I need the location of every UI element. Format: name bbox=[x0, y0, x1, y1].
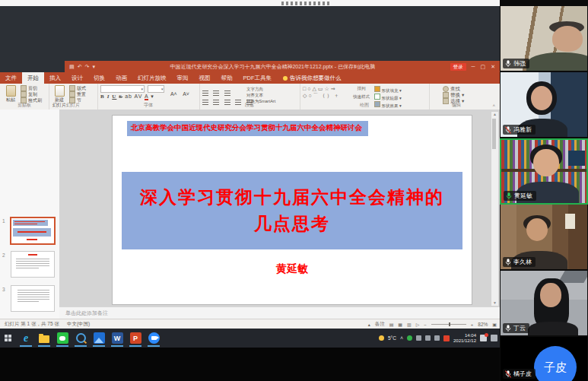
slide-thumbnail-panel[interactable]: 1 2 3 4 bbox=[0, 110, 60, 319]
notes-toggle-button[interactable]: 备注 bbox=[375, 321, 385, 328]
font-family-select[interactable]: ▾ bbox=[100, 85, 145, 93]
bold-icon[interactable]: B bbox=[100, 94, 105, 100]
font-group: ▾ ▾ A˄ A˅ B I U S ab AV A ▾ 字体 bbox=[97, 84, 200, 110]
action-center-icon[interactable] bbox=[491, 335, 497, 341]
tab-pdf-tools[interactable]: PDF工具集 bbox=[238, 72, 278, 84]
shape-fill-button[interactable]: 形状填充 ▾ bbox=[374, 86, 402, 94]
grow-font-icon[interactable]: A˄ bbox=[170, 91, 177, 97]
font-size-select[interactable]: ▾ bbox=[148, 85, 164, 93]
layout-button[interactable]: 版式 bbox=[69, 85, 86, 91]
tab-view[interactable]: 视图 bbox=[194, 72, 216, 84]
zoom-in-icon[interactable]: + bbox=[471, 322, 474, 327]
language-indicator[interactable]: 中文(中国) bbox=[67, 321, 90, 328]
zoom-out-icon[interactable]: − bbox=[424, 322, 427, 327]
vertical-scrollbar[interactable]: ▲ ▼ bbox=[491, 111, 499, 306]
taskbar-search-browser[interactable] bbox=[72, 329, 90, 348]
align-text-button[interactable]: 对齐文本 bbox=[246, 92, 275, 98]
normal-view-icon[interactable]: ▤ bbox=[389, 322, 394, 327]
zoom-slider[interactable] bbox=[431, 324, 466, 325]
fit-to-window-icon[interactable]: ▣ bbox=[492, 322, 497, 327]
slide-thumbnail-3[interactable] bbox=[11, 285, 55, 312]
minimize-button[interactable]: ─ bbox=[472, 61, 475, 72]
slide-canvas[interactable]: 北京高教学会中国近现代史研究分会学习贯彻十九届六中全会精神研讨会 深入学习贯彻十… bbox=[113, 116, 472, 304]
taskbar-powerpoint[interactable]: P bbox=[126, 329, 145, 348]
tab-slideshow[interactable]: 幻灯片放映 bbox=[132, 72, 172, 84]
shrink-font-icon[interactable]: A˅ bbox=[183, 91, 189, 97]
cut-button[interactable]: 剪切 bbox=[21, 85, 42, 91]
tell-me-box[interactable]: 告诉我你想要做什么 bbox=[277, 72, 348, 84]
undo-icon[interactable]: ↶ bbox=[78, 61, 82, 72]
temperature[interactable]: 5°C bbox=[388, 335, 396, 341]
chevron-up-icon[interactable]: ▴ bbox=[368, 322, 370, 327]
sogou-input-icon[interactable] bbox=[443, 335, 450, 341]
slideshow-icon[interactable]: ▷ bbox=[416, 322, 420, 327]
chevron-down-icon[interactable]: ▾ bbox=[151, 94, 154, 99]
italic-icon[interactable]: I bbox=[107, 94, 110, 100]
maximize-button[interactable]: ▢ bbox=[481, 61, 486, 72]
video-tile-fengyaxin[interactable]: 冯雅新 bbox=[501, 72, 587, 137]
tray-icon[interactable] bbox=[416, 335, 421, 341]
text-shadow-icon[interactable]: ab bbox=[125, 94, 132, 99]
find-button[interactable]: 查找 bbox=[443, 86, 464, 92]
slide-sorter-icon[interactable]: ▦ bbox=[398, 322, 402, 327]
zoom-knob[interactable] bbox=[449, 322, 450, 326]
font-color-icon[interactable]: A bbox=[145, 94, 148, 100]
copy-button[interactable]: 复制 bbox=[21, 91, 42, 97]
slide-author-textbox[interactable]: 黄延敏 bbox=[113, 262, 472, 276]
zoom-level[interactable]: 82% bbox=[478, 322, 488, 327]
tray-icon[interactable] bbox=[425, 335, 431, 341]
tab-animations[interactable]: 动画 bbox=[110, 72, 132, 84]
underline-icon[interactable]: U bbox=[112, 94, 116, 100]
tray-icon[interactable] bbox=[434, 335, 440, 341]
taskbar-meeting-app[interactable] bbox=[145, 329, 163, 348]
slide-thumbnail-2[interactable] bbox=[11, 251, 55, 278]
strikethrough-icon[interactable]: S bbox=[119, 94, 122, 100]
save-icon[interactable]: ▤ bbox=[69, 61, 75, 72]
arrange-button[interactable]: 排列 bbox=[350, 86, 373, 91]
video-tile-huangyanmin-active-speaker[interactable]: 黄延敏 bbox=[500, 138, 588, 205]
shapes-gallery[interactable]: □○△▭☆⇒◇○⌒（）＋ bbox=[303, 85, 347, 99]
close-button[interactable]: ✕ bbox=[491, 61, 495, 72]
slide-title-textbox[interactable]: 深入学习贯彻十九届六中全会精神的 几点思考 bbox=[122, 172, 462, 249]
taskbar-photos[interactable] bbox=[90, 329, 108, 348]
notification-center-icon[interactable] bbox=[480, 335, 487, 341]
tab-insert[interactable]: 插入 bbox=[44, 72, 66, 84]
sign-in-badge[interactable]: 登录 bbox=[450, 63, 466, 71]
shape-outline-button[interactable]: 形状轮廓 ▾ bbox=[374, 94, 402, 101]
slide-header-textbox[interactable]: 北京高教学会中国近现代史研究分会学习贯彻十九届六中全会精神研讨会 bbox=[127, 121, 368, 136]
quick-access-toolbar[interactable]: ▤ ↶ ↷ ▾ bbox=[69, 61, 95, 72]
tray-green-icon[interactable] bbox=[407, 335, 412, 341]
paste-button[interactable]: 粘贴 bbox=[3, 85, 18, 102]
tab-design[interactable]: 设计 bbox=[66, 72, 88, 84]
tab-help[interactable]: 帮助 bbox=[216, 72, 238, 84]
redo-icon[interactable]: ↷ bbox=[85, 61, 90, 72]
taskbar-wechat[interactable] bbox=[53, 329, 72, 348]
scrollbar-thumb[interactable] bbox=[492, 119, 496, 149]
replace-button[interactable]: 替换 ▾ bbox=[443, 92, 464, 98]
video-tile-lijiulin[interactable]: 李久林 bbox=[501, 205, 587, 269]
notes-pane[interactable]: 单击此处添加备注 bbox=[59, 306, 500, 319]
reading-view-icon[interactable]: ▥ bbox=[407, 322, 412, 327]
tab-home[interactable]: 开始 bbox=[22, 72, 44, 84]
tab-file[interactable]: 文件 bbox=[0, 72, 22, 84]
collapse-ribbon-icon[interactable]: ˄ bbox=[492, 103, 495, 108]
slide-thumbnail-1[interactable] bbox=[10, 217, 56, 245]
reset-button[interactable]: 重置 bbox=[69, 91, 86, 97]
hidden-icons-chevron[interactable]: ˄ bbox=[400, 335, 403, 341]
tab-review[interactable]: 审阅 bbox=[172, 72, 194, 84]
tab-transitions[interactable]: 切换 bbox=[88, 72, 110, 84]
video-tile-juzipi[interactable]: 子皮 橘子皮 bbox=[501, 337, 587, 381]
text-direction-button[interactable]: 文字方向 bbox=[246, 86, 275, 92]
weather-icon[interactable] bbox=[379, 335, 384, 341]
taskbar-word[interactable]: W bbox=[108, 329, 126, 348]
video-tile-hanqiang[interactable]: 韩强 bbox=[501, 6, 587, 71]
quick-styles-button[interactable]: 快速样式 bbox=[350, 94, 373, 100]
video-tile-dingyun[interactable]: 丁云 bbox=[501, 271, 587, 335]
scroll-down-icon[interactable]: ▼ bbox=[491, 300, 498, 306]
scroll-up-icon[interactable]: ▲ bbox=[493, 112, 497, 116]
taskbar-file-explorer[interactable] bbox=[35, 329, 53, 348]
character-spacing-icon[interactable]: AV bbox=[135, 94, 143, 99]
start-button[interactable] bbox=[0, 329, 17, 348]
taskbar-ie[interactable]: e bbox=[17, 329, 35, 348]
taskbar-clock[interactable]: 14:04 2021/12/12 bbox=[453, 333, 476, 344]
